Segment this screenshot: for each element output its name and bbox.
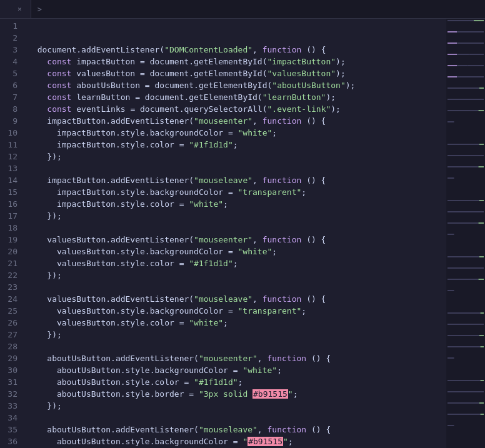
code-line: }); — [24, 151, 446, 162]
code-line: }); — [24, 269, 446, 281]
code-line — [24, 281, 446, 293]
line-number: 30 — [5, 364, 18, 376]
code-line: impactButton.addEventListener("mouseente… — [24, 115, 446, 127]
line-number: 13 — [5, 162, 18, 174]
code-line: impactButton.style.color = "#1f1d1d"; — [24, 139, 446, 151]
line-number: 35 — [5, 424, 18, 436]
code-line — [24, 222, 446, 234]
code-line: aboutUsButton.style.border = "3px solid … — [24, 388, 446, 400]
line-number: 33 — [5, 400, 18, 412]
code-line: impactButton.style.backgroundColor = "wh… — [24, 127, 446, 139]
line-number: 19 — [5, 234, 18, 246]
line-number: 25 — [5, 305, 18, 317]
line-number: 15 — [5, 186, 18, 198]
line-number: 31 — [5, 376, 18, 388]
line-number: 6 — [5, 79, 18, 91]
line-number: 22 — [5, 269, 18, 281]
line-number: 26 — [5, 317, 18, 329]
code-line: document.addEventListener("DOMContentLoa… — [24, 44, 446, 56]
line-number: 14 — [5, 174, 18, 186]
line-number: 36 — [5, 436, 18, 447]
line-number: 23 — [5, 281, 18, 293]
tab-bar: × > — [0, 0, 485, 19]
line-number: 12 — [5, 151, 18, 162]
line-number: 8 — [5, 103, 18, 115]
line-number: 7 — [5, 91, 18, 103]
line-number: 24 — [5, 293, 18, 305]
code-line: const learnButton = document.getElementB… — [24, 91, 446, 103]
line-number: 10 — [5, 127, 18, 139]
code-line: valuesButton.style.color = "#1f1d1d"; — [24, 257, 446, 269]
code-content[interactable]: document.addEventListener("DOMContentLoa… — [24, 19, 446, 448]
code-line — [24, 341, 446, 352]
line-number: 21 — [5, 257, 18, 269]
code-line: impactButton.style.color = "white"; — [24, 198, 446, 210]
code-line: impactButton.style.backgroundColor = "tr… — [24, 186, 446, 198]
code-line: aboutUsButton.style.color = "#1f1d1d"; — [24, 376, 446, 388]
line-number: 28 — [5, 341, 18, 352]
line-number: 29 — [5, 352, 18, 364]
code-line: valuesButton.addEventListener("mouseente… — [24, 234, 446, 246]
line-number: 11 — [5, 139, 18, 151]
code-line: }); — [24, 210, 446, 222]
code-line: valuesButton.style.color = "white"; — [24, 317, 446, 329]
line-number: 17 — [5, 210, 18, 222]
app-window: × > 123456789101112131415161718192021222… — [0, 0, 485, 448]
code-line: const impactButton = document.getElement… — [24, 56, 446, 67]
code-line — [24, 412, 446, 424]
code-line: aboutUsButton.addEventListener("mouselea… — [24, 424, 446, 436]
line-number: 32 — [5, 388, 18, 400]
line-number: 18 — [5, 222, 18, 234]
line-number: 20 — [5, 246, 18, 257]
breadcrumb: > — [31, 5, 42, 14]
line-number: 3 — [5, 44, 18, 56]
line-number: 27 — [5, 329, 18, 341]
code-line — [24, 162, 446, 174]
line-number: 9 — [5, 115, 18, 127]
code-line: aboutUsButton.style.backgroundColor = "w… — [24, 364, 446, 376]
line-numbers: 1234567891011121314151617181920212223242… — [0, 19, 24, 448]
code-line: valuesButton.addEventListener("mouseleav… — [24, 293, 446, 305]
line-number: 5 — [5, 67, 18, 79]
code-line: impactButton.addEventListener("mouseleav… — [24, 174, 446, 186]
code-line: }); — [24, 329, 446, 341]
line-number: 2 — [5, 32, 18, 44]
editor-area: 1234567891011121314151617181920212223242… — [0, 19, 485, 448]
code-line: const eventLinks = document.querySelecto… — [24, 103, 446, 115]
minimap — [446, 19, 485, 448]
tab-close-icon[interactable]: × — [18, 5, 22, 13]
active-tab[interactable]: × — [0, 0, 31, 18]
code-line: const aboutUsButton = document.getElemen… — [24, 79, 446, 91]
code-line: aboutUsButton.addEventListener("mouseent… — [24, 352, 446, 364]
line-number: 1 — [5, 20, 18, 32]
line-number: 4 — [5, 56, 18, 67]
code-line: }); — [24, 400, 446, 412]
code-line: aboutUsButton.style.backgroundColor = "#… — [24, 436, 446, 447]
code-line: valuesButton.style.backgroundColor = "tr… — [24, 305, 446, 317]
code-line: valuesButton.style.backgroundColor = "wh… — [24, 246, 446, 257]
code-line: const valuesButton = document.getElement… — [24, 67, 446, 79]
line-number: 34 — [5, 412, 18, 424]
line-number: 16 — [5, 198, 18, 210]
